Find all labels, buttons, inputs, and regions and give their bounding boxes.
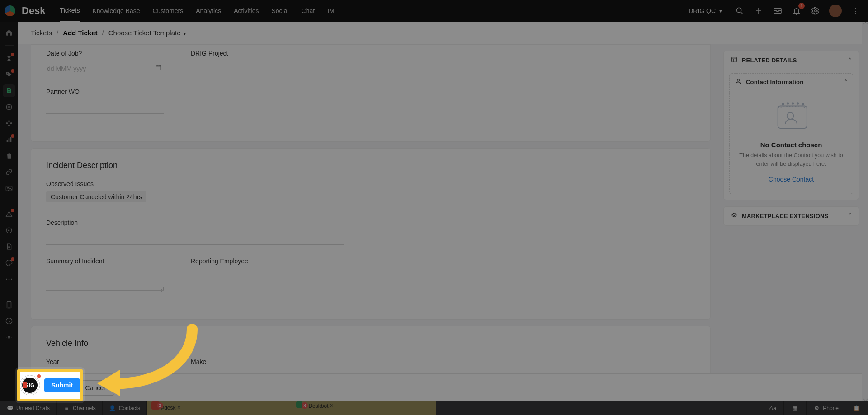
highlight-submit: RIG Submit bbox=[17, 369, 83, 401]
notification-dot bbox=[36, 373, 42, 379]
modal-overlay bbox=[0, 0, 868, 415]
highlight-submit-button[interactable]: Submit bbox=[44, 378, 80, 392]
drig-logo-icon: RIG bbox=[20, 375, 40, 395]
